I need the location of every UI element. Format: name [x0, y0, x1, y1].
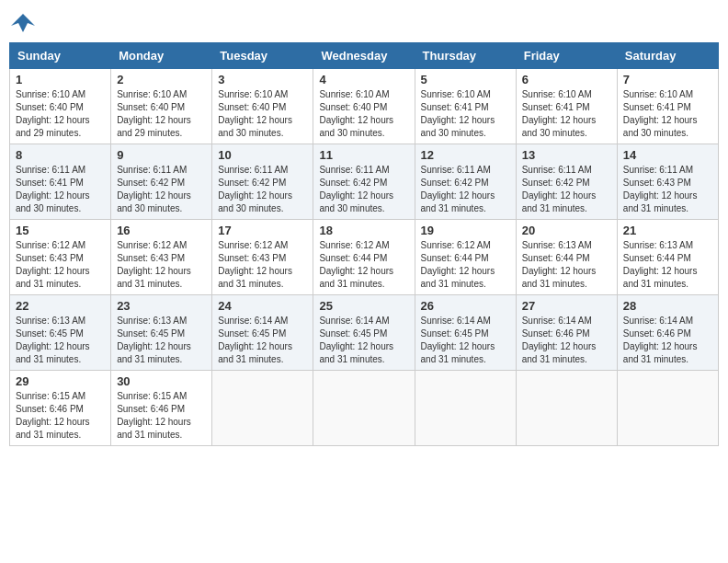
day-number: 29 [16, 374, 105, 388]
day-number: 15 [16, 224, 105, 237]
calendar-day-cell [415, 371, 516, 446]
day-info: Sunrise: 6:12 AMSunset: 6:43 PMDaylight:… [218, 239, 307, 291]
day-number: 13 [522, 148, 611, 162]
calendar-day-cell: 19Sunrise: 6:12 AMSunset: 6:44 PMDayligh… [415, 220, 516, 295]
day-number: 8 [16, 148, 105, 162]
day-number: 6 [522, 73, 611, 86]
day-info: Sunrise: 6:10 AMSunset: 6:41 PMDaylight:… [421, 88, 510, 140]
calendar-day-cell: 9Sunrise: 6:11 AMSunset: 6:42 PMDaylight… [111, 144, 212, 220]
day-info: Sunrise: 6:14 AMSunset: 6:46 PMDaylight:… [623, 315, 712, 366]
day-number: 30 [117, 374, 206, 388]
day-number: 3 [218, 73, 307, 86]
day-number: 16 [117, 224, 206, 237]
logo-icon [9, 9, 37, 37]
day-number: 4 [319, 73, 408, 86]
calendar-day-cell: 4Sunrise: 6:10 AMSunset: 6:40 PMDaylight… [313, 69, 415, 144]
column-header-tuesday: Tuesday [212, 43, 313, 69]
calendar-day-cell: 7Sunrise: 6:10 AMSunset: 6:41 PMDaylight… [617, 69, 718, 144]
calendar-day-cell: 2Sunrise: 6:10 AMSunset: 6:40 PMDaylight… [111, 69, 212, 144]
day-number: 27 [522, 299, 611, 313]
day-number: 17 [218, 224, 307, 237]
day-info: Sunrise: 6:12 AMSunset: 6:44 PMDaylight:… [319, 239, 408, 291]
calendar-day-cell: 8Sunrise: 6:11 AMSunset: 6:41 PMDaylight… [10, 144, 111, 220]
column-header-friday: Friday [516, 43, 617, 69]
calendar-day-cell: 14Sunrise: 6:11 AMSunset: 6:43 PMDayligh… [617, 144, 718, 220]
calendar-day-cell: 25Sunrise: 6:14 AMSunset: 6:45 PMDayligh… [313, 295, 415, 371]
calendar-table: SundayMondayTuesdayWednesdayThursdayFrid… [9, 42, 719, 446]
day-info: Sunrise: 6:15 AMSunset: 6:46 PMDaylight:… [16, 390, 105, 442]
day-info: Sunrise: 6:14 AMSunset: 6:45 PMDaylight:… [319, 315, 408, 366]
calendar-day-cell: 23Sunrise: 6:13 AMSunset: 6:45 PMDayligh… [111, 295, 212, 371]
logo [9, 9, 40, 37]
calendar-week-row: 22Sunrise: 6:13 AMSunset: 6:45 PMDayligh… [10, 295, 719, 371]
calendar-day-cell: 5Sunrise: 6:10 AMSunset: 6:41 PMDaylight… [415, 69, 516, 144]
day-number: 14 [623, 148, 712, 162]
calendar-day-cell: 21Sunrise: 6:13 AMSunset: 6:44 PMDayligh… [617, 220, 718, 295]
column-header-thursday: Thursday [415, 43, 516, 69]
svg-marker-0 [11, 14, 35, 32]
calendar-day-cell: 28Sunrise: 6:14 AMSunset: 6:46 PMDayligh… [617, 295, 718, 371]
calendar-day-cell: 6Sunrise: 6:10 AMSunset: 6:41 PMDaylight… [516, 69, 617, 144]
calendar-day-cell: 24Sunrise: 6:14 AMSunset: 6:45 PMDayligh… [212, 295, 313, 371]
day-info: Sunrise: 6:13 AMSunset: 6:44 PMDaylight:… [522, 239, 611, 291]
calendar-day-cell: 16Sunrise: 6:12 AMSunset: 6:43 PMDayligh… [111, 220, 212, 295]
calendar-day-cell: 27Sunrise: 6:14 AMSunset: 6:46 PMDayligh… [516, 295, 617, 371]
day-number: 1 [16, 73, 105, 86]
day-info: Sunrise: 6:11 AMSunset: 6:42 PMDaylight:… [117, 164, 206, 215]
day-number: 18 [319, 224, 408, 237]
calendar-day-cell [516, 371, 617, 446]
calendar-day-cell: 10Sunrise: 6:11 AMSunset: 6:42 PMDayligh… [212, 144, 313, 220]
column-header-saturday: Saturday [617, 43, 718, 69]
calendar-day-cell: 13Sunrise: 6:11 AMSunset: 6:42 PMDayligh… [516, 144, 617, 220]
day-number: 7 [623, 73, 712, 86]
day-info: Sunrise: 6:14 AMSunset: 6:46 PMDaylight:… [522, 315, 611, 366]
day-info: Sunrise: 6:13 AMSunset: 6:44 PMDaylight:… [623, 239, 712, 291]
page-header [9, 9, 719, 37]
day-number: 20 [522, 224, 611, 237]
day-info: Sunrise: 6:10 AMSunset: 6:41 PMDaylight:… [522, 88, 611, 140]
calendar-day-cell: 17Sunrise: 6:12 AMSunset: 6:43 PMDayligh… [212, 220, 313, 295]
day-info: Sunrise: 6:11 AMSunset: 6:42 PMDaylight:… [522, 164, 611, 215]
calendar-day-cell: 3Sunrise: 6:10 AMSunset: 6:40 PMDaylight… [212, 69, 313, 144]
day-info: Sunrise: 6:11 AMSunset: 6:41 PMDaylight:… [16, 164, 105, 215]
calendar-day-cell: 11Sunrise: 6:11 AMSunset: 6:42 PMDayligh… [313, 144, 415, 220]
day-info: Sunrise: 6:11 AMSunset: 6:42 PMDaylight:… [421, 164, 510, 215]
day-number: 19 [421, 224, 510, 237]
day-number: 28 [623, 299, 712, 313]
calendar-week-row: 8Sunrise: 6:11 AMSunset: 6:41 PMDaylight… [10, 144, 719, 220]
day-info: Sunrise: 6:15 AMSunset: 6:46 PMDaylight:… [117, 390, 206, 442]
calendar-day-cell [313, 371, 415, 446]
day-info: Sunrise: 6:12 AMSunset: 6:43 PMDaylight:… [16, 239, 105, 291]
day-number: 11 [319, 148, 408, 162]
day-info: Sunrise: 6:14 AMSunset: 6:45 PMDaylight:… [218, 315, 307, 366]
day-info: Sunrise: 6:14 AMSunset: 6:45 PMDaylight:… [421, 315, 510, 366]
day-info: Sunrise: 6:11 AMSunset: 6:42 PMDaylight:… [218, 164, 307, 215]
calendar-week-row: 15Sunrise: 6:12 AMSunset: 6:43 PMDayligh… [10, 220, 719, 295]
calendar-day-cell: 26Sunrise: 6:14 AMSunset: 6:45 PMDayligh… [415, 295, 516, 371]
calendar-day-cell: 18Sunrise: 6:12 AMSunset: 6:44 PMDayligh… [313, 220, 415, 295]
day-number: 5 [421, 73, 510, 86]
calendar-header-row: SundayMondayTuesdayWednesdayThursdayFrid… [10, 43, 719, 69]
column-header-monday: Monday [111, 43, 212, 69]
calendar-day-cell: 29Sunrise: 6:15 AMSunset: 6:46 PMDayligh… [10, 371, 111, 446]
calendar-day-cell: 12Sunrise: 6:11 AMSunset: 6:42 PMDayligh… [415, 144, 516, 220]
calendar-day-cell: 1Sunrise: 6:10 AMSunset: 6:40 PMDaylight… [10, 69, 111, 144]
day-number: 22 [16, 299, 105, 313]
day-info: Sunrise: 6:11 AMSunset: 6:42 PMDaylight:… [319, 164, 408, 215]
day-number: 25 [319, 299, 408, 313]
day-info: Sunrise: 6:11 AMSunset: 6:43 PMDaylight:… [623, 164, 712, 215]
calendar-day-cell: 15Sunrise: 6:12 AMSunset: 6:43 PMDayligh… [10, 220, 111, 295]
day-number: 10 [218, 148, 307, 162]
day-info: Sunrise: 6:12 AMSunset: 6:43 PMDaylight:… [117, 239, 206, 291]
day-number: 26 [421, 299, 510, 313]
day-number: 23 [117, 299, 206, 313]
column-header-wednesday: Wednesday [313, 43, 415, 69]
day-info: Sunrise: 6:13 AMSunset: 6:45 PMDaylight:… [117, 315, 206, 366]
day-number: 21 [623, 224, 712, 237]
day-info: Sunrise: 6:12 AMSunset: 6:44 PMDaylight:… [421, 239, 510, 291]
calendar-day-cell [617, 371, 718, 446]
day-info: Sunrise: 6:10 AMSunset: 6:40 PMDaylight:… [117, 88, 206, 140]
day-number: 12 [421, 148, 510, 162]
calendar-day-cell: 22Sunrise: 6:13 AMSunset: 6:45 PMDayligh… [10, 295, 111, 371]
day-info: Sunrise: 6:10 AMSunset: 6:40 PMDaylight:… [319, 88, 408, 140]
